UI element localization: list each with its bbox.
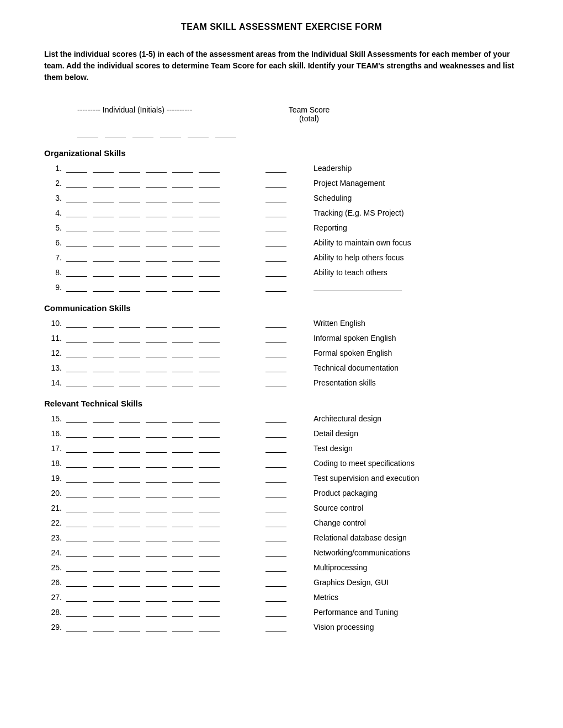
individual-blank-1 xyxy=(66,208,87,217)
individual-blank-3 xyxy=(119,563,140,572)
skill-row: 21.Source control xyxy=(44,502,519,514)
individual-blank-6 xyxy=(199,268,220,277)
individual-blank-2 xyxy=(93,319,114,328)
individual-blank-2 xyxy=(93,363,114,372)
skill-row: 6.Ability to maintain own focus xyxy=(44,237,519,249)
individual-blank-3 xyxy=(119,378,140,387)
individual-blank-5 xyxy=(172,533,193,542)
individual-blank-3 xyxy=(119,194,140,202)
row-number: 16. xyxy=(44,429,66,438)
individual-blank-6 xyxy=(199,208,220,217)
skill-label: Technical documentation xyxy=(309,363,399,372)
individual-blank-1 xyxy=(66,363,87,372)
individual-blank-1 xyxy=(66,563,87,572)
individual-blank-6 xyxy=(199,378,220,387)
individual-blank-3 xyxy=(119,268,140,277)
skill-row: 22.Change control xyxy=(44,517,519,529)
individual-blank-5 xyxy=(172,253,193,262)
individual-blank-4 xyxy=(146,489,167,497)
individual-blank-5 xyxy=(172,194,193,202)
skill-label: Product packaging xyxy=(309,489,378,497)
individual-blank-6 xyxy=(199,608,220,617)
individual-blanks xyxy=(66,489,243,497)
individual-blank-3 xyxy=(119,623,140,631)
skill-row: 16.Detail design xyxy=(44,427,519,440)
individual-blank-4 xyxy=(146,268,167,277)
team-score-field xyxy=(265,334,286,342)
individual-blank-1 xyxy=(66,474,87,483)
skill-row: 1.Leadership xyxy=(44,162,519,174)
individual-blank-6 xyxy=(199,518,220,527)
team-score-blank xyxy=(243,533,309,542)
skill-row: 5.Reporting xyxy=(44,222,519,234)
skill-row: 19.Test supervision and execution xyxy=(44,472,519,484)
skill-label: Ability to help others focus xyxy=(309,253,403,262)
team-score-field xyxy=(265,593,286,602)
skill-row: 11.Informal spoken English xyxy=(44,332,519,344)
team-score-field xyxy=(265,563,286,572)
row-number: 26. xyxy=(44,578,66,587)
row-number: 17. xyxy=(44,444,66,453)
initials-blank-3 xyxy=(132,129,153,137)
team-score-field xyxy=(265,194,286,202)
row-number: 29. xyxy=(44,623,66,631)
individual-blank-6 xyxy=(199,238,220,247)
individual-blank-4 xyxy=(146,533,167,542)
individual-blanks xyxy=(66,194,243,202)
individual-blank-6 xyxy=(199,283,220,292)
team-score-blank xyxy=(243,489,309,497)
row-number: 8. xyxy=(44,268,66,277)
skill-row: 27.Metrics xyxy=(44,591,519,603)
skill-label: Metrics xyxy=(309,593,338,602)
individual-blank-1 xyxy=(66,378,87,387)
skill-label: Detail design xyxy=(309,429,358,438)
row-number: 23. xyxy=(44,533,66,542)
individual-blank-5 xyxy=(172,429,193,438)
individual-blank-2 xyxy=(93,533,114,542)
individual-blank-1 xyxy=(66,489,87,497)
individual-blank-3 xyxy=(119,593,140,602)
team-score-blank xyxy=(243,608,309,617)
individual-blank-3 xyxy=(119,363,140,372)
individual-blank-3 xyxy=(119,504,140,512)
individual-blank-1 xyxy=(66,548,87,557)
individual-blank-5 xyxy=(172,548,193,557)
team-score-field xyxy=(265,223,286,232)
row-number: 7. xyxy=(44,253,66,262)
team-score-field xyxy=(265,578,286,587)
individual-blank-3 xyxy=(119,459,140,468)
individual-blank-2 xyxy=(93,268,114,277)
individual-blank-1 xyxy=(66,164,87,173)
team-score-blank xyxy=(243,429,309,438)
row-number: 19. xyxy=(44,474,66,483)
individual-blank-3 xyxy=(119,283,140,292)
intro-text: List the individual scores (1-5) in each… xyxy=(44,49,519,83)
skill-label: Leadership xyxy=(309,164,352,173)
individual-blank-4 xyxy=(146,363,167,372)
team-score-field xyxy=(265,208,286,217)
individual-blank-5 xyxy=(172,489,193,497)
individual-blank-6 xyxy=(199,533,220,542)
individual-blank-5 xyxy=(172,563,193,572)
individual-blank-1 xyxy=(66,334,87,342)
individual-blank-2 xyxy=(93,563,114,572)
skill-row: 13.Technical documentation xyxy=(44,362,519,374)
team-score-blank-field xyxy=(265,283,286,292)
individual-blanks xyxy=(66,223,243,232)
individual-blank-1 xyxy=(66,593,87,602)
skill-label: Scheduling xyxy=(309,194,352,202)
team-score-blank xyxy=(243,208,309,217)
individual-blank-5 xyxy=(172,208,193,217)
individual-blank-1 xyxy=(66,429,87,438)
individual-blank-3 xyxy=(119,223,140,232)
individual-blank-5 xyxy=(172,223,193,232)
individual-blank-5 xyxy=(172,363,193,372)
skill-row: 18.Coding to meet specifications xyxy=(44,457,519,469)
individual-blank-1 xyxy=(66,518,87,527)
skill-label-blank xyxy=(309,282,402,293)
team-score-blank xyxy=(243,223,309,232)
individual-blank-5 xyxy=(172,334,193,342)
individual-blanks xyxy=(66,179,243,188)
individual-blank-2 xyxy=(93,349,114,357)
individual-blanks xyxy=(66,283,243,292)
